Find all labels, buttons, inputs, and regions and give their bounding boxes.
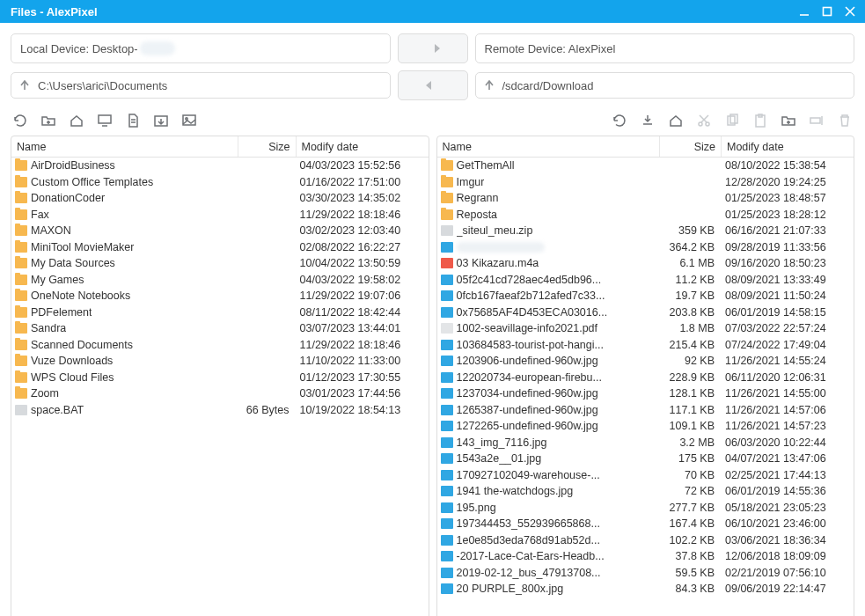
remote-pane: Name Size Modify date GetThemAll08/10/20… — [436, 136, 855, 616]
remote-file-list[interactable]: GetThemAll08/10/2022 15:38:54Imgur12/28/… — [437, 158, 854, 616]
file-row[interactable]: 1265387-undefined-960w.jpg117.1 KB11/26/… — [437, 402, 854, 419]
file-row[interactable]: 1002-seavillage-info2021.pdf1.8 MB07/03/… — [437, 320, 854, 337]
new-folder-button[interactable] — [40, 113, 56, 128]
copy-button[interactable] — [724, 113, 740, 128]
file-row[interactable]: MiniTool MovieMaker02/08/2022 16:22:27 — [11, 239, 429, 256]
file-row[interactable]: 1272265-undefined-960w.jpg109.1 KB11/26/… — [437, 418, 854, 435]
file-row[interactable]: Scanned Documents11/29/2022 18:18:46 — [11, 337, 429, 354]
local-column-header[interactable]: Name Size Modify date — [11, 136, 429, 158]
file-row[interactable]: WPS Cloud Files01/12/2023 17:30:55 — [11, 370, 429, 386]
file-name: 0fcb167faeaf2b712afed7c33... — [457, 290, 605, 302]
file-row[interactable]: My Data Sources10/04/2022 13:50:59 — [11, 255, 429, 272]
file-row[interactable]: 195.png277.7 KB05/18/2021 23:05:23 — [437, 500, 854, 517]
local-device-box[interactable]: Local Device: Desktop- — [11, 33, 391, 63]
close-button[interactable] — [839, 0, 861, 23]
document-button[interactable] — [125, 113, 141, 128]
remote-device-box[interactable]: Remote Device: AlexPixel — [475, 33, 855, 63]
local-path-box[interactable]: C:\Users\arici\Documents — [11, 72, 391, 99]
install-apk-button[interactable] — [640, 113, 656, 128]
file-name-redacted — [457, 242, 545, 253]
rename-button[interactable] — [809, 113, 825, 128]
remote-new-folder-button[interactable] — [781, 113, 796, 128]
cut-button[interactable] — [696, 113, 712, 128]
file-row[interactable]: _siteul_meu.zip359 KB06/16/2021 21:07:33 — [437, 223, 854, 239]
file-row[interactable]: OneNote Notebooks11/29/2022 19:07:06 — [11, 288, 429, 304]
file-row[interactable]: PDFelement08/11/2022 18:42:44 — [11, 304, 429, 321]
transfer-right-button[interactable] — [398, 33, 468, 63]
download-button[interactable] — [153, 113, 169, 128]
file-name: 2019-02-12_bus_47913708... — [457, 567, 601, 579]
picture-button[interactable] — [181, 113, 197, 128]
file-name: 197344453_552939665868... — [457, 517, 600, 530]
col-name-header[interactable]: Name — [437, 136, 661, 157]
folder-icon — [15, 177, 27, 187]
remote-refresh-button[interactable] — [612, 113, 627, 128]
remote-path-box[interactable]: /sdcard/Download — [475, 72, 855, 99]
refresh-button[interactable] — [12, 113, 28, 128]
file-row[interactable]: Zoom03/01/2023 17:44:56 — [11, 385, 429, 402]
file-row[interactable]: 0x75685AF4D453ECA03016...203.8 KB06/01/2… — [437, 304, 854, 321]
file-row[interactable]: 20 PURPLE_800x.jpg84.3 KB09/06/2019 22:1… — [437, 581, 854, 598]
col-name-header[interactable]: Name — [11, 136, 238, 157]
file-row[interactable]: Imgur12/28/2020 19:24:25 — [437, 174, 854, 191]
arrow-right-icon — [422, 41, 444, 55]
file-row[interactable]: MAXON03/02/2023 12:03:40 — [11, 223, 429, 239]
paste-button[interactable] — [752, 113, 768, 128]
file-row[interactable]: 1941 the-watchdogs.jpg72 KB06/01/2019 14… — [437, 483, 854, 500]
image-icon — [441, 470, 453, 480]
file-size: 6.1 MB — [658, 257, 720, 269]
file-row[interactable]: GetThemAll08/10/2022 15:38:54 — [437, 158, 854, 174]
file-row[interactable]: Fax11/29/2022 18:18:46 — [11, 207, 429, 224]
file-panes: Name Size Modify date AirDroidBusiness04… — [0, 136, 865, 616]
file-row[interactable]: 0fcb167faeaf2b712afed7c33...19.7 KB08/09… — [437, 288, 854, 304]
col-size-header[interactable]: Size — [660, 136, 722, 157]
minimize-button[interactable] — [793, 0, 816, 23]
file-row[interactable]: AirDroidBusiness04/03/2023 15:52:56 — [11, 158, 429, 174]
file-row[interactable]: 170927102049-warehouse-...70 KB02/25/202… — [437, 467, 854, 484]
folder-icon — [441, 160, 453, 171]
folder-icon — [441, 209, 453, 220]
delete-button[interactable] — [837, 113, 853, 128]
file-row[interactable]: 1237034-undefined-960w.jpg128.1 KB11/26/… — [437, 385, 854, 402]
file-row[interactable]: Sandra03/07/2023 13:44:01 — [11, 320, 429, 337]
file-row[interactable]: Vuze Downloads11/10/2022 11:33:00 — [11, 353, 429, 370]
transfer-left-button[interactable] — [398, 70, 468, 100]
file-row[interactable]: 03 Kikazaru.m4a6.1 MB09/16/2020 18:50:23 — [437, 255, 854, 272]
desktop-button[interactable] — [97, 113, 113, 128]
file-row[interactable]: Custom Office Templates01/16/2022 17:51:… — [11, 174, 429, 191]
file-row[interactable]: 143_img_7116.jpg3.2 MB06/03/2020 10:22:4… — [437, 435, 854, 451]
file-row[interactable]: space.BAT66 Bytes10/19/2022 18:54:13 — [11, 402, 429, 419]
file-row[interactable]: 364.2 KB09/28/2019 11:33:56 — [437, 239, 854, 256]
file-row[interactable]: 05f2c41cd728aec4ed5db96...11.2 KB08/09/2… — [437, 272, 854, 289]
file-date: 11/26/2021 14:55:00 — [720, 387, 852, 400]
remote-home-button[interactable] — [668, 113, 684, 128]
unknown-icon — [441, 225, 453, 236]
file-row[interactable]: 103684583-tourist-pot-hangi...215.4 KB07… — [437, 337, 854, 354]
home-button[interactable] — [69, 113, 84, 128]
col-date-header[interactable]: Modify date — [297, 136, 429, 157]
file-date: 02/25/2021 17:44:13 — [720, 469, 852, 481]
file-size: 11.2 KB — [658, 274, 720, 286]
file-row[interactable]: 2019-02-12_bus_47913708...59.5 KB02/21/2… — [437, 565, 854, 582]
file-row[interactable]: 197344453_552939665868...167.4 KB06/10/2… — [437, 516, 854, 532]
maximize-button[interactable] — [816, 0, 839, 23]
file-row[interactable]: 122020734-european-firebu...228.9 KB06/1… — [437, 370, 854, 386]
file-date: 06/11/2020 12:06:31 — [720, 371, 852, 384]
file-row[interactable]: 1203906-undefined-960w.jpg92 KB11/26/202… — [437, 353, 854, 370]
col-date-header[interactable]: Modify date — [722, 136, 854, 157]
file-row[interactable]: Reposta01/25/2023 18:28:12 — [437, 207, 854, 224]
file-row[interactable]: -2017-Lace-Cat-Ears-Headb...37.8 KB12/06… — [437, 548, 854, 565]
file-row[interactable]: Regrann01/25/2023 18:48:57 — [437, 190, 854, 207]
col-size-header[interactable]: Size — [238, 136, 297, 157]
file-row[interactable]: My Games04/03/2022 19:58:02 — [11, 272, 429, 289]
file-row[interactable]: 1543a2e__01.jpg175 KB04/07/2021 13:47:06 — [437, 451, 854, 467]
window-title: Files - AlexPixel — [11, 5, 793, 18]
file-row[interactable]: 1e0e85d3eda768d91ab52d...102.2 KB03/06/2… — [437, 532, 854, 549]
file-name: My Data Sources — [31, 257, 115, 269]
local-file-list[interactable]: AirDroidBusiness04/03/2023 15:52:56Custo… — [11, 158, 429, 616]
local-pane: Name Size Modify date AirDroidBusiness04… — [11, 136, 429, 616]
file-date: 03/30/2023 14:35:02 — [295, 192, 427, 204]
remote-column-header[interactable]: Name Size Modify date — [437, 136, 854, 158]
file-row[interactable]: DonationCoder03/30/2023 14:35:02 — [11, 190, 429, 207]
file-size: 359 KB — [658, 224, 720, 237]
